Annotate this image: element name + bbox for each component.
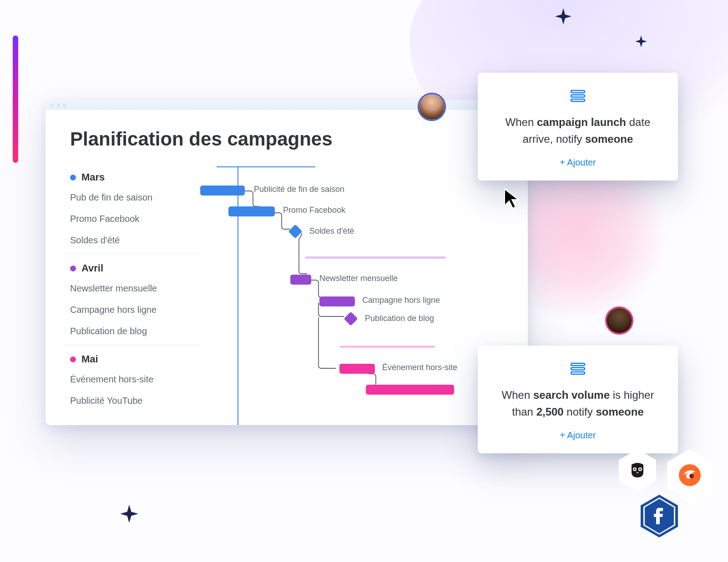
integration-semrush[interactable]	[667, 449, 713, 501]
gantt-bar-label: Publicité de fin de saison	[254, 185, 344, 194]
month-bullet	[70, 356, 76, 362]
card-text: When campaign launch date arrive, notify…	[497, 114, 659, 147]
task-label[interactable]: Soldes d'été	[64, 230, 200, 251]
svg-rect-2	[571, 99, 585, 101]
task-label[interactable]: Campagne hors ligne	[64, 299, 200, 321]
titlebar	[46, 100, 528, 110]
task-label[interactable]: Newsletter mensuelle	[64, 278, 200, 299]
avatar[interactable]	[418, 93, 446, 121]
page-title: Planification des campagnes	[64, 128, 528, 150]
gantt-bar-label: Newsletter mensuelle	[319, 274, 398, 283]
gantt-bar[interactable]	[319, 296, 355, 306]
svg-rect-4	[571, 368, 585, 370]
task-label[interactable]: Événement hors-site	[64, 369, 200, 390]
avatar[interactable]	[605, 306, 633, 335]
gantt-bar[interactable]	[339, 364, 375, 374]
task-sidebar: Mars Pub de fin de saison Promo Facebook…	[64, 166, 200, 411]
gantt-bar-label: Campagne hors ligne	[362, 296, 440, 305]
gantt-bar-label: Événement hors-site	[382, 363, 457, 372]
milestone-diamond[interactable]	[344, 311, 358, 326]
month-label: Avril	[81, 262, 103, 274]
month-label: Mars	[81, 171, 105, 183]
gantt-bar[interactable]	[228, 206, 275, 216]
month-bullet	[70, 266, 76, 271]
traffic-light-dot	[63, 104, 66, 107]
traffic-light-dot	[57, 104, 60, 107]
gantt-bar[interactable]	[200, 186, 245, 196]
svg-point-8	[634, 468, 636, 470]
svg-rect-5	[571, 372, 585, 374]
automation-card[interactable]: When campaign launch date arrive, notify…	[478, 73, 678, 181]
month-header-avril[interactable]: Avril	[64, 257, 200, 278]
accent-bar	[13, 35, 18, 163]
automation-card[interactable]: When search volume is higher than 2,500 …	[478, 346, 678, 453]
sparkle-icon	[635, 35, 647, 47]
svg-rect-3	[571, 363, 585, 366]
facebook-icon	[646, 502, 673, 530]
gantt-bar-summary	[305, 256, 446, 259]
month-header-mars[interactable]: Mars	[64, 166, 200, 187]
stack-icon	[497, 362, 659, 376]
gantt-bar[interactable]	[290, 275, 311, 285]
gantt-bar-label: Soldes d'été	[309, 226, 354, 236]
task-label[interactable]: Pub de fin de saison	[64, 187, 200, 208]
add-button[interactable]: + Ajouter	[560, 157, 596, 168]
gantt-bar-summary	[339, 346, 435, 348]
integration-hootsuite[interactable]	[619, 449, 656, 492]
integration-facebook[interactable]	[641, 495, 678, 537]
today-marker-line	[217, 166, 315, 167]
gantt-bar-label: Publication de blog	[365, 314, 434, 323]
task-label[interactable]: Publication de blog	[64, 321, 200, 342]
traffic-light-dot	[51, 104, 54, 107]
month-label: Mai	[81, 353, 98, 365]
sparkle-icon	[120, 505, 138, 523]
task-label[interactable]: Promo Facebook	[64, 208, 200, 230]
sparkle-icon	[555, 8, 571, 25]
add-button[interactable]: + Ajouter	[560, 430, 596, 441]
svg-point-11	[689, 474, 694, 478]
today-marker-vertical	[238, 166, 238, 425]
month-header-mai[interactable]: Mai	[64, 348, 200, 369]
svg-rect-1	[571, 95, 585, 97]
gantt-window: Planification des campagnes Mars Pub de …	[46, 100, 528, 425]
gantt-bar-label: Promo Facebook	[283, 206, 345, 215]
cursor-icon	[503, 187, 522, 212]
month-bullet	[70, 175, 76, 181]
gantt-bar[interactable]	[366, 385, 454, 395]
svg-point-9	[639, 468, 641, 470]
milestone-diamond[interactable]	[288, 224, 302, 238]
task-label[interactable]: Publicité YouTube	[64, 390, 200, 411]
svg-rect-0	[571, 90, 585, 93]
comet-icon	[676, 462, 703, 489]
owl-icon	[624, 457, 651, 484]
card-text: When search volume is higher than 2,500 …	[497, 386, 659, 420]
stack-icon	[497, 89, 659, 103]
